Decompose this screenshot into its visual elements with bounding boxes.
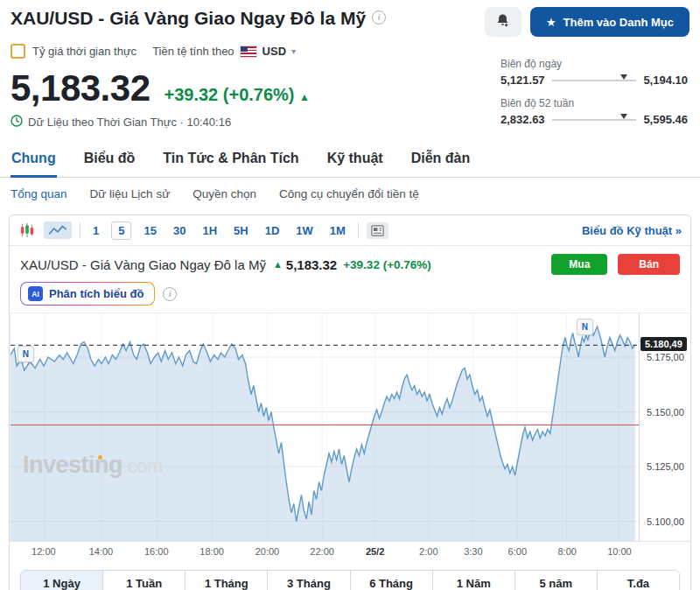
subnav-quyen-chon[interactable]: Quyền chọn [192,187,256,200]
technical-chart-link[interactable]: Biểu đồ Kỹ thuật » [582,224,682,237]
ranges-panel: Biên độ ngày 5,121.57 5,194.10 Biên độ 5… [500,58,688,137]
realtime-data-note: Dữ Liệu theo Thời Gian Thực · 10:40:16 [28,116,231,129]
toolbar-divider [358,222,359,238]
tab-bieu-do[interactable]: Biểu đồ [83,145,136,177]
time-axis-label: 6:00 [508,546,527,557]
price-chart[interactable]: Investing.com NN 5.175,005.150,005.125,0… [10,313,690,542]
interval-1w[interactable]: 1W [291,222,318,239]
ai-chart-analysis-button[interactable]: AI Phân tích biểu đồ [20,282,155,306]
time-axis-label: 16:00 [144,546,169,557]
sub-nav: Tổng quan Dữ liệu Lịch sử Quyền chọn Côn… [0,178,700,202]
time-axis-label: 12:00 [32,546,56,557]
tab-tin-tuc[interactable]: Tin Tức & Phân Tích [162,145,299,177]
period-3-months[interactable]: 3 Tháng+25.48% [267,571,349,590]
ai-icon: AI [28,286,43,301]
subnav-du-lieu-lich-su[interactable]: Dữ liệu Lịch sử [90,187,171,200]
last-price-tag: 5.180,49 [640,337,687,351]
page: XAU/USD - Giá Vàng Giao Ngay Đô la Mỹ i … [0,0,700,590]
period-5-years[interactable]: 5 năm+192.88% [514,571,597,590]
day-range-low: 5,121.57 [500,74,545,87]
ai-info-icon[interactable]: i [163,287,177,301]
time-axis-label: 3:30 [464,546,482,557]
period-1-week[interactable]: 1 Tuần+4.10% [102,571,185,590]
currency-selector[interactable]: Tiền tệ tính theo USD ▾ [152,45,296,58]
day-range-label: Biên độ ngày [500,58,688,70]
time-axis-label: 22:00 [310,546,334,557]
subnav-tong-quan[interactable]: Tổng quan [10,187,67,200]
chevron-down-icon: ▾ [291,46,296,56]
chart-instrument-name: XAU/USD - Giá Vàng Giao Ngay Đô la Mỹ [20,257,266,272]
interval-1m[interactable]: 1M [326,222,350,239]
price-axis-label: 5.175,00 [647,352,684,362]
time-axis-label: 8:00 [557,546,576,557]
chart-price: 5,183.32 [286,257,337,272]
period-6-months[interactable]: 6 Tháng+53.96% [350,571,432,590]
period-selector: 1 Ngày+0.76% 1 Tuần+4.10% 1 Tháng+4.03% … [20,570,680,590]
ai-button-label: Phân tích biểu đồ [49,287,144,300]
news-events-icon[interactable] [367,222,388,239]
watchlist-button-label: Thêm vào Danh Mục [564,16,674,29]
time-axis: 12:0014:0016:0018:0020:0022:0025/22:003:… [10,542,640,561]
interval-1d[interactable]: 1D [261,222,284,239]
clock-icon [10,115,23,130]
interval-1h[interactable]: 1H [198,222,221,239]
price-axis: 5.175,005.150,005.125,005.100,005.180,49 [639,313,690,542]
line-chart-icon[interactable] [44,221,72,239]
interval-5h[interactable]: 5H [229,222,253,239]
create-alert-button[interactable] [485,7,522,37]
chart-card: 1 5 15 30 1H 5H 1D 1W 1M Biểu đồ Kỹ thuậ… [9,214,691,590]
news-marker[interactable]: N [577,319,593,335]
subnav-cong-cu[interactable]: Công cụ chuyển đổi tiền tệ [279,187,419,200]
interval-15[interactable]: 15 [139,222,160,239]
sell-button[interactable]: Bán [618,254,680,275]
page-title: XAU/USD - Giá Vàng Giao Ngay Đô la Mỹ [10,7,366,29]
time-axis-label: 18:00 [200,546,224,557]
time-axis-label: 2:00 [419,546,438,557]
axis-corner [640,542,690,561]
investing-watermark: Investing.com [23,452,163,479]
tab-chung[interactable]: Chung [10,145,57,178]
interval-30[interactable]: 30 [169,222,190,239]
period-1-year[interactable]: 1 Năm+77.82% [432,571,514,590]
time-axis-label: 14:00 [89,546,114,557]
price-axis-label: 5.100,00 [647,516,684,527]
price-axis-label: 5.125,00 [647,461,684,472]
news-marker[interactable]: N [18,346,34,362]
chart-header: XAU/USD - Giá Vàng Giao Ngay Đô la Mỹ ▲ … [10,246,690,277]
buy-button[interactable]: Mua [551,254,607,275]
day-range-marker-icon [620,74,627,80]
add-to-watchlist-button[interactable]: ★ Thêm vào Danh Mục [530,7,690,37]
candlestick-chart-icon[interactable] [18,222,36,238]
interval-1[interactable]: 1 [88,222,103,239]
realtime-checkbox[interactable] [10,44,25,59]
up-arrow-icon: ▲ [273,259,283,270]
toolbar-divider [80,222,80,238]
time-axis-label: 10:00 [607,546,632,557]
currency-label: Tiền tệ tính theo [152,45,234,58]
week52-range-label: Biên độ 52 tuần [500,97,688,109]
time-axis-label: 25/2 [366,546,384,557]
last-price: 5,183.32 [10,67,150,109]
period-max[interactable]: T.đa+938.81% [597,571,679,590]
day-range-bar [552,80,637,81]
interval-5[interactable]: 5 [111,221,131,240]
price-change: +39.32 (+0.76%) ▲ [164,85,310,105]
chart-toolbar: 1 5 15 30 1H 5H 1D 1W 1M Biểu đồ Kỹ thuậ… [10,215,690,246]
up-triangle-icon: ▲ [299,91,310,103]
week52-range-low: 2,832.63 [500,113,545,126]
day-range-high: 5,194.10 [643,74,688,87]
chart-canvas [10,313,639,541]
watermark-orange-dot [98,455,102,460]
tab-ky-thuat[interactable]: Kỹ thuật [326,145,384,177]
week52-range-bar [552,119,637,121]
us-flag-icon [240,46,257,58]
period-1-month[interactable]: 1 Tháng+4.03% [185,571,267,590]
period-1-day[interactable]: 1 Ngày+0.76% [21,571,102,590]
week52-range-high: 5,595.46 [643,113,688,126]
chart-plot-area[interactable]: Investing.com NN [10,313,639,542]
title-info-icon[interactable]: i [372,11,386,25]
tab-dien-dan[interactable]: Diễn đàn [410,145,472,177]
chart-change: +39.32 (+0.76%) [343,258,431,271]
price-axis-label: 5.150,00 [647,407,684,418]
week52-range-marker-icon [620,114,627,119]
